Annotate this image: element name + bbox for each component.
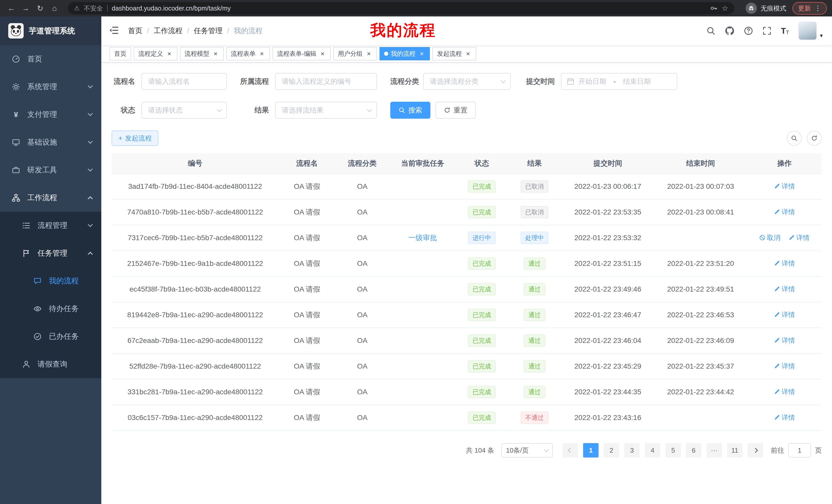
close-icon[interactable]: × bbox=[418, 50, 425, 57]
cancel-link[interactable]: 取消 bbox=[759, 233, 780, 242]
sidebar-item-payment[interactable]: ¥ 支付管理 bbox=[0, 101, 101, 129]
detail-link[interactable]: 详情 bbox=[774, 413, 795, 422]
goto-page-input[interactable] bbox=[788, 443, 811, 457]
result-label: 结果 bbox=[240, 105, 275, 115]
detail-link[interactable]: 详情 bbox=[774, 207, 795, 217]
start-process-button[interactable]: + 发起流程 bbox=[111, 131, 158, 146]
page-number-button[interactable]: 5 bbox=[666, 443, 681, 457]
table-refresh-button[interactable] bbox=[807, 131, 822, 146]
search-button[interactable]: 搜索 bbox=[390, 102, 431, 119]
process-name-input[interactable] bbox=[141, 73, 227, 90]
end-date-placeholder[interactable]: 结束日期 bbox=[623, 77, 651, 86]
breadcrumb-task-management[interactable]: 任务管理 bbox=[194, 26, 223, 36]
process-definition-input[interactable] bbox=[275, 73, 377, 90]
page-number-button[interactable]: 6 bbox=[686, 443, 701, 457]
fullscreen-icon[interactable] bbox=[762, 26, 772, 35]
tab[interactable]: 我的流程 × bbox=[380, 47, 430, 60]
bookmark-star-icon[interactable]: ☆ bbox=[722, 4, 728, 12]
sidebar-item-my-process[interactable]: 我的流程 bbox=[0, 267, 101, 295]
close-icon[interactable]: × bbox=[319, 50, 326, 57]
close-icon[interactable]: × bbox=[365, 50, 372, 57]
font-size-icon[interactable]: TT bbox=[781, 27, 789, 35]
page-number-button[interactable]: 2 bbox=[604, 443, 619, 457]
detail-link[interactable]: 详情 bbox=[774, 362, 795, 371]
header-search-icon[interactable] bbox=[706, 26, 716, 35]
breadcrumb-home[interactable]: 首页 bbox=[128, 26, 142, 36]
sidebar-item-todo-tasks[interactable]: 待办任务 bbox=[0, 295, 101, 323]
tab[interactable]: 流程表单-编辑 × bbox=[272, 47, 331, 60]
prev-page-button[interactable] bbox=[563, 443, 578, 457]
close-icon[interactable]: × bbox=[212, 50, 219, 57]
sidebar-item-task-management[interactable]: 任务管理 bbox=[0, 240, 101, 267]
reset-button[interactable]: 重置 bbox=[436, 102, 476, 119]
page-number-button[interactable]: 4 bbox=[645, 443, 660, 457]
active-dot-icon bbox=[384, 52, 388, 56]
browser-forward-icon[interactable]: → bbox=[20, 2, 32, 15]
sidebar-item-workflow[interactable]: 工作流程 bbox=[0, 184, 101, 212]
tab[interactable]: 流程表单 × bbox=[226, 47, 270, 60]
browser-menu-icon[interactable]: ⋮ bbox=[814, 4, 821, 12]
detail-link[interactable]: 详情 bbox=[774, 310, 795, 319]
sidebar-item-done-tasks[interactable]: 已办任务 bbox=[0, 323, 101, 351]
gear-icon bbox=[11, 83, 21, 91]
github-icon[interactable] bbox=[725, 26, 734, 36]
user-menu[interactable]: ▾ bbox=[798, 22, 823, 40]
breadcrumb-workflow[interactable]: 工作流程 bbox=[154, 26, 183, 36]
chevron-down-icon bbox=[501, 78, 506, 83]
page-content: 流程名 所属流程 流程分类 请选择流程分类 提交时间 bbox=[101, 63, 832, 504]
page-number-button[interactable]: 1 bbox=[583, 443, 599, 457]
sidebar-item-infrastructure[interactable]: 基础设施 bbox=[0, 129, 101, 156]
detail-link[interactable]: 详情 bbox=[774, 387, 795, 396]
help-icon[interactable] bbox=[744, 26, 753, 35]
avatar[interactable] bbox=[798, 22, 817, 40]
cell-category: OA bbox=[335, 354, 389, 379]
tab[interactable]: 流程模型 × bbox=[180, 47, 224, 60]
cell-submit-time: 2022-01-23 00:06:17 bbox=[562, 174, 654, 199]
process-category-select[interactable]: 请选择流程分类 bbox=[423, 73, 511, 90]
sidebar-item-leave-query[interactable]: 请假查询 bbox=[0, 351, 101, 378]
page-number-button[interactable]: 11 bbox=[727, 443, 743, 457]
tab[interactable]: 用户分组 × bbox=[333, 47, 377, 60]
not-secure-label[interactable]: 不安全 bbox=[84, 4, 103, 12]
detail-link[interactable]: 详情 bbox=[788, 233, 810, 242]
page-number-button[interactable]: ··· bbox=[706, 443, 722, 457]
detail-link[interactable]: 详情 bbox=[774, 336, 795, 345]
close-icon[interactable]: × bbox=[165, 50, 173, 57]
address-bar[interactable]: ⚠ 不安全 dashboard.yudao.iocoder.cn/bpm/tas… bbox=[68, 2, 734, 15]
current-task-link[interactable]: 一级审批 bbox=[408, 234, 437, 242]
detail-link[interactable]: 详情 bbox=[774, 182, 795, 191]
sidebar-item-devtools[interactable]: 研发工具 bbox=[0, 156, 101, 184]
sidebar-item-process-management[interactable]: 流程管理 bbox=[0, 212, 101, 240]
tab[interactable]: 流程定义 × bbox=[134, 47, 177, 60]
date-range-picker[interactable]: 开始日期 - 结束日期 bbox=[561, 73, 677, 90]
status-select[interactable]: 请选择状态 bbox=[141, 102, 227, 119]
start-date-placeholder[interactable]: 开始日期 bbox=[578, 77, 606, 86]
plus-icon: + bbox=[118, 135, 122, 142]
tab[interactable]: 首页 bbox=[109, 47, 131, 60]
sidebar-item-system[interactable]: 系统管理 bbox=[0, 73, 101, 101]
app-logo[interactable]: 芋道管理系统 bbox=[0, 17, 101, 45]
result-select[interactable]: 请选择流结果 bbox=[275, 102, 377, 119]
close-icon[interactable]: × bbox=[258, 50, 265, 57]
detail-link[interactable]: 详情 bbox=[774, 259, 795, 268]
browser-home-icon[interactable]: ⌂ bbox=[48, 2, 61, 15]
browser-reload-icon[interactable]: ↻ bbox=[34, 2, 46, 15]
browser-back-icon[interactable]: ← bbox=[5, 2, 18, 15]
sidebar: 芋道管理系统 首页 系统管理 ¥ 支付管理 基础设施 研发工具 工作 bbox=[0, 17, 101, 504]
search-toggle-button[interactable] bbox=[787, 131, 802, 146]
next-page-button[interactable] bbox=[748, 443, 763, 457]
tab[interactable]: 发起流程 × bbox=[433, 47, 476, 60]
close-icon[interactable]: × bbox=[464, 50, 471, 57]
person-icon bbox=[22, 360, 31, 368]
page-size-select[interactable]: 10条/页 bbox=[501, 443, 553, 457]
page-number-button[interactable]: 3 bbox=[624, 443, 640, 457]
detail-link[interactable]: 详情 bbox=[774, 285, 795, 293]
sidebar-item-home[interactable]: 首页 bbox=[0, 45, 101, 73]
app-title: 芋道管理系统 bbox=[29, 26, 75, 36]
incognito-profile-chip[interactable]: 无痕模式 bbox=[746, 3, 786, 14]
page-url[interactable]: dashboard.yudao.iocoder.cn/bpm/task/my bbox=[112, 5, 231, 12]
password-key-icon[interactable] bbox=[710, 4, 718, 12]
browser-update-button[interactable]: 更新 ⋮ bbox=[792, 2, 827, 15]
sidebar-toggle-button[interactable] bbox=[108, 25, 120, 36]
column-header: 状态 bbox=[456, 153, 508, 174]
